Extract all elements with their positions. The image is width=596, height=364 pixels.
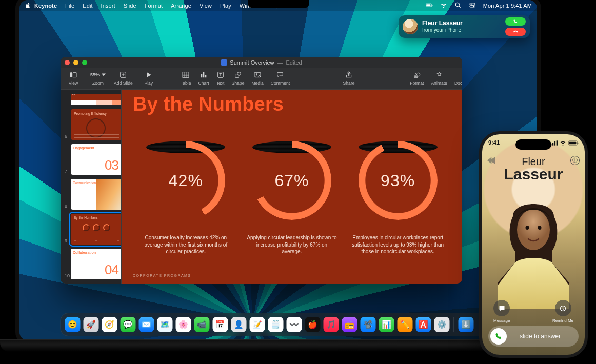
- slide-thumb[interactable]: Communication Channels: [71, 179, 122, 210]
- toolbar-media-button[interactable]: Media: [251, 70, 263, 86]
- zoom-window-button[interactable]: [82, 60, 87, 65]
- dock-app-reminders[interactable]: 📝: [249, 317, 265, 332]
- dock-app-photos[interactable]: 🌸: [175, 317, 191, 332]
- svg-point-5: [470, 4, 471, 5]
- decline-call-button[interactable]: [505, 28, 526, 36]
- menu-arrange[interactable]: Arrange: [171, 3, 191, 9]
- slide-thumb[interactable]: Engagement 03: [71, 144, 122, 175]
- toolbar-animate-button[interactable]: Animate: [431, 70, 447, 86]
- menu-slide[interactable]: Slide: [124, 3, 136, 9]
- accept-call-button[interactable]: [505, 17, 526, 26]
- donut-charts: 42% 67% 93%: [122, 141, 462, 220]
- dock-app-contacts[interactable]: 👤: [231, 317, 246, 332]
- toolbar-chart-button[interactable]: Chart: [198, 70, 209, 86]
- dock-app-podcasts[interactable]: 📻: [342, 317, 357, 332]
- menubar-clock[interactable]: Mon Apr 1 9:41 AM: [483, 3, 532, 9]
- toolbar-play-button[interactable]: Play: [140, 70, 157, 86]
- wifi-icon[interactable]: [440, 2, 447, 10]
- dock-app-numbers[interactable]: 📊: [379, 317, 394, 332]
- menu-edit[interactable]: Edit: [83, 3, 92, 9]
- document-title: Summit Overview — Edited: [221, 59, 302, 66]
- toolbar-format-button[interactable]: Format: [410, 70, 424, 86]
- dock-app-notes[interactable]: 🗒️: [268, 317, 283, 332]
- menubar-app-name[interactable]: Keynote: [34, 3, 57, 9]
- document-name: Summit Overview: [230, 59, 274, 66]
- menubar-right: Mon Apr 1 9:41 AM: [426, 2, 532, 10]
- dock-app-mail[interactable]: ✉️: [138, 317, 154, 332]
- svg-point-26: [538, 226, 542, 230]
- ring-captions: Consumer loyalty increases 42% on averag…: [122, 234, 462, 255]
- laptop-notch: [248, 0, 309, 8]
- dock-app-safari[interactable]: 🧭: [102, 317, 117, 332]
- slide-to-answer[interactable]: slide to answer: [488, 326, 579, 347]
- dock-app-pages[interactable]: ✏️: [397, 317, 412, 332]
- svg-rect-22: [569, 141, 577, 144]
- dock-app-calendar[interactable]: 📅: [212, 317, 228, 332]
- dock-app-system-settings[interactable]: ⚙️: [434, 317, 449, 332]
- svg-rect-20: [557, 140, 558, 145]
- caller-photo: [492, 196, 574, 309]
- toolbar-table-button[interactable]: Table: [181, 70, 191, 86]
- document-status: Edited: [286, 59, 302, 66]
- dock-app-tv[interactable]: 🍎: [305, 317, 320, 332]
- toolbar-document-button[interactable]: Document: [454, 70, 462, 86]
- dock-app-messages[interactable]: 💬: [120, 317, 135, 332]
- control-center-icon[interactable]: [469, 2, 476, 10]
- window-titlebar[interactable]: Summit Overview — Edited: [61, 57, 462, 68]
- message-button[interactable]: Message: [493, 300, 510, 323]
- toolbar-comment-button[interactable]: Comment: [271, 70, 290, 86]
- dock-app-freeform[interactable]: 〰️: [286, 317, 302, 332]
- menu-insert[interactable]: Insert: [101, 3, 115, 9]
- caller-source: from your iPhone: [422, 27, 463, 33]
- iphone-status-icons: [550, 139, 579, 146]
- slide-thumb-selected[interactable]: By the Numbers ———: [71, 214, 122, 245]
- menu-view[interactable]: View: [200, 3, 212, 9]
- dock-downloads[interactable]: ⬇️: [458, 317, 473, 332]
- slide-thumb[interactable]: 2A: [71, 94, 122, 105]
- svg-rect-4: [469, 3, 475, 5]
- battery-icon[interactable]: [426, 2, 433, 10]
- spotlight-icon[interactable]: [454, 2, 462, 10]
- menu-play[interactable]: Play: [220, 3, 231, 9]
- toolbar-shape-button[interactable]: Shape: [232, 70, 245, 86]
- svg-rect-11: [183, 72, 189, 78]
- toolbar-view-button[interactable]: View: [65, 70, 82, 86]
- iphone-time: 9:41: [488, 139, 500, 146]
- close-window-button[interactable]: [65, 60, 70, 65]
- dock-app-music[interactable]: 🎵: [323, 317, 339, 332]
- svg-point-3: [455, 3, 459, 6]
- remind-me-button[interactable]: Remind Me: [552, 300, 573, 323]
- svg-rect-23: [578, 142, 579, 144]
- donut-ring: 93%: [359, 141, 438, 220]
- apple-menu-icon[interactable]: [25, 2, 31, 10]
- document-icon: [221, 59, 227, 66]
- toolbar-zoom-button[interactable]: 55% Zoom: [89, 70, 107, 86]
- toolbar-share-button[interactable]: Share: [343, 70, 355, 86]
- toolbar-text-button[interactable]: Text: [216, 70, 225, 86]
- dock-app-maps[interactable]: 🗺️: [157, 317, 172, 332]
- dock-app-app-store[interactable]: 🅰️: [415, 317, 431, 332]
- answer-knob[interactable]: [490, 328, 507, 345]
- slide-navigator[interactable]: 2A 6 Promoting Efficiency 7: [61, 90, 122, 284]
- incoming-call-notification[interactable]: Fleur Lasseur from your iPhone: [399, 15, 530, 38]
- svg-point-25: [526, 226, 529, 230]
- svg-rect-1: [426, 4, 430, 6]
- iphone: 9:41 ⓘ Fleur Lasseur Message: [479, 131, 588, 358]
- minimize-window-button[interactable]: [73, 60, 78, 65]
- slide-thumb[interactable]: Collaboration 04: [71, 249, 122, 279]
- toolbar-add-slide-button[interactable]: Add Slide: [114, 70, 133, 86]
- svg-rect-9: [73, 72, 76, 77]
- dock-app-keynote[interactable]: 📽️: [360, 317, 375, 332]
- dock-app-launchpad[interactable]: 🚀: [83, 317, 98, 332]
- call-action-row: Message Remind Me: [482, 300, 585, 323]
- macbook: Keynote File Edit Insert Slide Format Ar…: [15, 0, 541, 352]
- donut-ring: 67%: [252, 141, 331, 220]
- dock-app-facetime[interactable]: 📹: [194, 317, 209, 332]
- laptop-base: [0, 339, 557, 352]
- svg-point-16: [256, 73, 257, 75]
- slide-thumb[interactable]: Promoting Efficiency: [71, 109, 122, 140]
- dock-app-finder[interactable]: 😊: [65, 317, 80, 332]
- menu-format[interactable]: Format: [145, 3, 163, 9]
- menu-file[interactable]: File: [65, 3, 74, 9]
- slide-canvas[interactable]: By the Numbers 42% 67% 93% Consumer loya…: [122, 90, 462, 284]
